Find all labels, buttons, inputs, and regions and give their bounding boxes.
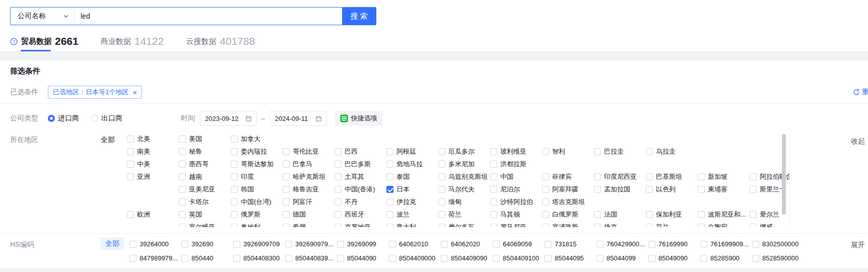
country-checkbox[interactable]: 塔吉克斯坦 bbox=[542, 197, 585, 207]
country-checkbox[interactable]: 白俄罗斯 bbox=[542, 210, 578, 219]
checkbox-unchecked-icon[interactable] bbox=[129, 241, 137, 248]
checkbox-unchecked-icon[interactable] bbox=[542, 186, 549, 193]
checkbox-unchecked-icon[interactable] bbox=[335, 224, 342, 227]
search-input[interactable] bbox=[75, 8, 342, 25]
checkbox-unchecked-icon[interactable] bbox=[698, 224, 705, 227]
country-checkbox[interactable]: 土耳其 bbox=[335, 172, 364, 181]
country-checkbox[interactable]: 缅甸 bbox=[438, 197, 461, 207]
checkbox-unchecked-icon[interactable] bbox=[127, 148, 134, 155]
hs-code-checkbox[interactable]: 85044099 bbox=[596, 254, 636, 262]
country-checkbox[interactable]: 墨西哥 bbox=[179, 160, 209, 169]
country-checkbox[interactable]: 伊拉克 bbox=[386, 197, 416, 207]
hs-code-checkbox[interactable]: 85049090 bbox=[648, 254, 688, 262]
search-category-dropdown[interactable]: 公司名称 bbox=[11, 8, 74, 25]
checkbox-unchecked-icon[interactable] bbox=[179, 186, 186, 193]
checkbox-unchecked-icon[interactable] bbox=[542, 211, 549, 218]
hs-code-checkbox[interactable]: 76169990 bbox=[648, 240, 688, 248]
selected-region-tag[interactable]: 已选地区：日本等1个地区 × bbox=[48, 86, 142, 99]
country-checkbox[interactable]: 哥伦比亚 bbox=[283, 147, 319, 156]
country-checkbox[interactable]: 巴拉圭 bbox=[594, 147, 624, 156]
country-checkbox[interactable]: 新加坡 bbox=[698, 172, 727, 181]
country-checkbox[interactable]: 克罗地亚 bbox=[335, 223, 371, 227]
continent-checkbox[interactable]: 南美 bbox=[127, 147, 150, 156]
checkbox-unchecked-icon[interactable] bbox=[335, 173, 342, 180]
checkbox-unchecked-icon[interactable] bbox=[698, 186, 705, 193]
country-checkbox[interactable]: 罗马尼亚 bbox=[490, 223, 526, 227]
checkbox-unchecked-icon[interactable] bbox=[646, 224, 653, 227]
hs-code-checkbox[interactable]: 64062020 bbox=[441, 240, 480, 248]
hs-code-checkbox[interactable]: 8504408300 bbox=[233, 254, 280, 262]
checkbox-unchecked-icon[interactable] bbox=[594, 148, 601, 155]
country-checkbox[interactable]: 哈萨克斯坦 bbox=[283, 172, 325, 181]
country-checkbox[interactable]: 保加利亚 bbox=[646, 210, 682, 219]
region-all-option[interactable]: 全部 bbox=[101, 133, 127, 145]
hs-code-checkbox[interactable]: 850440 bbox=[181, 254, 213, 262]
checkbox-unchecked-icon[interactable] bbox=[490, 173, 497, 180]
checkbox-unchecked-icon[interactable] bbox=[337, 241, 344, 248]
hs-code-checkbox[interactable]: 392690 bbox=[181, 240, 213, 248]
checkbox-unchecked-icon[interactable] bbox=[179, 135, 186, 143]
country-checkbox[interactable]: 中国(台湾) bbox=[231, 197, 272, 207]
close-icon[interactable]: × bbox=[132, 89, 137, 96]
country-checkbox[interactable]: 多米尼加 bbox=[438, 160, 475, 169]
country-checkbox[interactable]: 亚美尼亚 bbox=[179, 185, 215, 194]
country-checkbox[interactable]: 越南 bbox=[179, 172, 202, 181]
checkbox-unchecked-icon[interactable] bbox=[490, 148, 497, 155]
checkbox-unchecked-icon[interactable] bbox=[231, 135, 238, 143]
country-checkbox[interactable]: 爱尔兰 bbox=[750, 210, 779, 219]
country-checkbox[interactable]: 波斯尼亚和... bbox=[698, 210, 746, 219]
hs-code-checkbox[interactable]: 39264000 bbox=[129, 240, 169, 248]
hs-code-checkbox[interactable]: 8504409100 bbox=[493, 254, 539, 262]
country-checkbox[interactable]: 哥斯达黎加 bbox=[231, 160, 274, 169]
checkbox-unchecked-icon[interactable] bbox=[646, 186, 653, 193]
radio-selected-icon[interactable] bbox=[48, 115, 55, 122]
checkbox-unchecked-icon[interactable] bbox=[335, 186, 342, 193]
checkbox-unchecked-icon[interactable] bbox=[594, 186, 601, 193]
country-checkbox[interactable]: 立陶宛 bbox=[698, 223, 727, 227]
checkbox-unchecked-icon[interactable] bbox=[386, 224, 393, 227]
checkbox-unchecked-icon[interactable] bbox=[698, 173, 705, 180]
checkbox-unchecked-icon[interactable] bbox=[389, 241, 396, 248]
checkbox-unchecked-icon[interactable] bbox=[231, 173, 238, 180]
checkbox-unchecked-icon[interactable] bbox=[335, 198, 342, 206]
quick-options-button[interactable]: 快捷选项 bbox=[335, 111, 382, 126]
checkbox-unchecked-icon[interactable] bbox=[127, 161, 134, 168]
checkbox-unchecked-icon[interactable] bbox=[335, 148, 342, 155]
checkbox-unchecked-icon[interactable] bbox=[231, 161, 238, 168]
checkbox-unchecked-icon[interactable] bbox=[750, 186, 757, 193]
checkbox-unchecked-icon[interactable] bbox=[594, 173, 601, 180]
checkbox-unchecked-icon[interactable] bbox=[490, 211, 497, 218]
checkbox-unchecked-icon[interactable] bbox=[646, 173, 653, 180]
country-checkbox[interactable]: 芬兰 bbox=[646, 223, 669, 227]
country-checkbox[interactable]: 秘鲁 bbox=[179, 147, 202, 156]
checkbox-unchecked-icon[interactable] bbox=[438, 211, 445, 218]
checkbox-unchecked-icon[interactable] bbox=[441, 241, 448, 248]
checkbox-unchecked-icon[interactable] bbox=[386, 161, 393, 168]
country-checkbox[interactable]: 中国 bbox=[490, 172, 513, 181]
checkbox-unchecked-icon[interactable] bbox=[545, 241, 552, 248]
continent-checkbox[interactable]: 中美 bbox=[127, 160, 150, 169]
country-checkbox[interactable]: 波兰 bbox=[386, 210, 410, 219]
checkbox-unchecked-icon[interactable] bbox=[283, 198, 290, 206]
checkbox-unchecked-icon[interactable] bbox=[648, 255, 655, 262]
checkbox-unchecked-icon[interactable] bbox=[490, 198, 497, 206]
checkbox-unchecked-icon[interactable] bbox=[283, 224, 290, 227]
checkbox-unchecked-icon[interactable] bbox=[335, 211, 342, 218]
country-checkbox[interactable]: 菲律宾 bbox=[542, 172, 572, 181]
hs-all-option[interactable]: 全部 bbox=[101, 238, 124, 250]
checkbox-unchecked-icon[interactable] bbox=[493, 241, 500, 248]
country-checkbox[interactable]: 以色列 bbox=[646, 185, 676, 194]
hs-code-checkbox[interactable]: 8528590000 bbox=[752, 254, 798, 262]
country-checkbox[interactable]: 阿塞拜疆 bbox=[542, 185, 578, 194]
country-checkbox[interactable]: 意大利 bbox=[386, 223, 416, 227]
checkbox-unchecked-icon[interactable] bbox=[646, 211, 653, 218]
country-checkbox[interactable]: 巴西 bbox=[335, 147, 358, 156]
checkbox-unchecked-icon[interactable] bbox=[233, 241, 240, 248]
country-checkbox[interactable]: 卡塔尔 bbox=[179, 197, 209, 207]
checkbox-unchecked-icon[interactable] bbox=[438, 186, 445, 193]
country-checkbox[interactable]: 巴基斯坦 bbox=[646, 172, 682, 181]
checkbox-unchecked-icon[interactable] bbox=[283, 211, 290, 218]
checkbox-unchecked-icon[interactable] bbox=[386, 173, 393, 180]
checkbox-unchecked-icon[interactable] bbox=[283, 161, 290, 168]
checkbox-unchecked-icon[interactable] bbox=[698, 211, 705, 218]
